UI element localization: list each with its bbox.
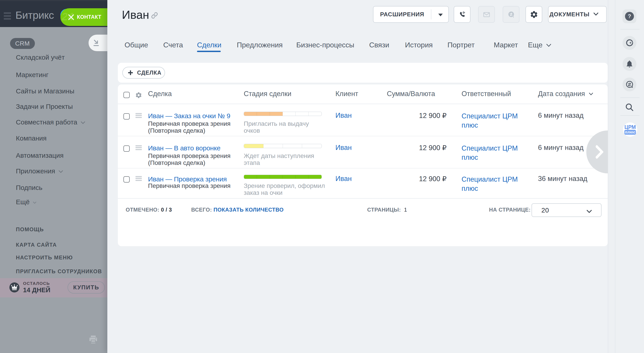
grid-toolbar-card: СДЕЛКА — [118, 63, 608, 83]
deal-row[interactable]: Иван — В авто воронке Первичная проверка… — [118, 136, 608, 168]
tab-invoices[interactable]: Счета — [163, 41, 183, 49]
sidebar-item-automation[interactable]: Автоматизация — [16, 151, 64, 160]
grid-settings-gear-icon[interactable] — [135, 92, 142, 99]
column-header-responsible[interactable]: Ответственный — [462, 90, 511, 98]
sidebar-item-sites[interactable]: Сайты и Магазины — [16, 87, 74, 96]
deal-amount: 12 900 ₽ — [415, 111, 446, 120]
dropdown-triangle-icon — [438, 14, 443, 16]
row-checkbox[interactable] — [124, 145, 130, 152]
chat-bubble-arrows-icon — [625, 80, 634, 89]
deal-subtitle: Первичная проверка зрения (Повторная сде… — [148, 120, 242, 134]
tab-relations[interactable]: Связи — [369, 41, 389, 49]
tab-quotes[interactable]: Предложения — [237, 41, 283, 49]
deal-subtitle: Первичная проверка зрения (Повторная сде… — [148, 152, 242, 166]
sidebar-item-company[interactable]: Компания — [16, 134, 46, 143]
close-icon[interactable] — [67, 13, 76, 22]
responsible-link[interactable]: Специалист ЦРМ плюс — [462, 175, 518, 193]
tab-general[interactable]: Общие — [124, 41, 148, 49]
active-tab-underline — [197, 51, 221, 52]
drag-handle-icon[interactable] — [136, 176, 142, 181]
search-button[interactable] — [625, 102, 634, 112]
settings-button[interactable] — [526, 6, 542, 23]
created-date: 6 минут назад — [538, 144, 584, 152]
column-header-deal[interactable]: Сделка — [148, 90, 172, 98]
deal-title-link[interactable]: Иван — Заказ на очки № 9 — [148, 111, 230, 120]
tab-bizproc[interactable]: Бизнес-процессы — [296, 41, 354, 49]
documents-button[interactable]: ДОКУМЕНТЫ — [548, 6, 607, 23]
email-button[interactable] — [478, 6, 495, 23]
stage-progress-bar[interactable] — [244, 112, 322, 116]
plus-icon — [128, 70, 133, 75]
select-all-checkbox[interactable] — [124, 92, 130, 98]
help-button[interactable]: ? — [622, 9, 636, 23]
column-header-client[interactable]: Клиент — [336, 90, 358, 98]
copy-link-icon[interactable] — [151, 12, 158, 19]
notifications-button[interactable] — [622, 57, 636, 71]
sidebar-item-more[interactable]: Ещё — [16, 198, 37, 206]
stage-progress-bar[interactable] — [244, 144, 322, 148]
drag-handle-icon[interactable] — [136, 113, 142, 118]
add-deal-button[interactable]: СДЕЛКА — [122, 67, 165, 79]
per-page-select[interactable]: 20 — [532, 203, 602, 217]
tab-more[interactable]: Еще — [528, 41, 552, 49]
call-button[interactable] — [454, 6, 470, 23]
sidebar-item-tasks[interactable]: Задачи и Проекты — [16, 102, 73, 111]
client-link[interactable]: Иван — [336, 111, 352, 119]
sidebar-link-configure-menu[interactable]: НАСТРОИТЬ МЕНЮ — [16, 254, 73, 261]
gear-icon — [526, 6, 542, 22]
per-page-value: 20 — [541, 204, 549, 217]
client-link[interactable]: Иван — [336, 144, 352, 152]
copilot-button[interactable] — [622, 36, 636, 50]
crm-plus-logo-line1: ЦРМ — [623, 124, 637, 130]
crm-plus-app-logo[interactable]: ЦРМ плюс — [623, 122, 637, 137]
row-checkbox[interactable] — [124, 113, 130, 119]
grid-footer: ОТМЕЧЕНО: 0 / 3 ВСЕГО: ПОКАЗАТЬ КОЛИЧЕСТ… — [118, 198, 608, 219]
extensions-split-button[interactable]: РАСШИРЕНИЯ — [373, 6, 449, 23]
sidebar-item-crm[interactable]: CRM — [10, 38, 35, 49]
pages-indicator: СТРАНИЦЫ: 1 — [367, 207, 407, 213]
deal-row[interactable]: Иван — Проверка зрения Первичная проверк… — [118, 168, 608, 198]
hamburger-menu-icon[interactable] — [4, 12, 11, 19]
deal-row[interactable]: Иван — Заказ на очки № 9 Первичная прове… — [118, 104, 608, 136]
client-link[interactable]: Иван — [336, 175, 352, 183]
buy-button[interactable]: КУПИТЬ — [68, 281, 105, 294]
svg-text:?: ? — [628, 13, 631, 19]
responsible-link[interactable]: Специалист ЦРМ плюс — [462, 111, 518, 130]
button-divider — [431, 9, 431, 19]
deal-title-link[interactable]: Иван — В авто воронке — [148, 144, 220, 153]
tab-deals[interactable]: Сделки — [197, 41, 222, 49]
rail-divider — [620, 97, 640, 98]
sidebar-link-invite-employees[interactable]: ПРИГЛАСИТЬ СОТРУДНИКОВ — [16, 268, 102, 275]
messenger-rail-button[interactable] — [622, 77, 636, 91]
sort-desc-icon — [589, 92, 593, 96]
slider-entity-label: КОНТАКТ — [77, 8, 101, 26]
drag-handle-icon[interactable] — [136, 145, 142, 150]
phone-icon — [454, 6, 470, 22]
column-header-sum[interactable]: Сумма/Валюта — [387, 90, 435, 98]
printer-icon[interactable] — [88, 335, 98, 345]
tab-market[interactable]: Маркет — [494, 41, 518, 49]
stage-progress-bar[interactable] — [244, 175, 322, 179]
sidebar-item-collab[interactable]: Совместная работа — [16, 118, 86, 127]
question-icon: ? — [625, 12, 634, 21]
copilot-icon — [625, 38, 634, 47]
messenger-button[interactable] — [503, 6, 520, 23]
sidebar-link-help[interactable]: ПОМОЩЬ — [16, 226, 44, 233]
tab-history[interactable]: История — [405, 41, 433, 49]
tab-portrait[interactable]: Портрет — [448, 41, 475, 49]
responsible-link[interactable]: Специалист ЦРМ плюс — [462, 144, 518, 162]
show-count-link[interactable]: ПОКАЗАТЬ КОЛИЧЕСТВО — [214, 207, 284, 213]
column-header-stage[interactable]: Стадия сделки — [244, 90, 291, 98]
sidebar-collapse-button[interactable] — [88, 35, 107, 51]
documents-label: ДОКУМЕНТЫ — [548, 6, 606, 22]
sidebar-item-apps[interactable]: Приложения — [16, 167, 63, 176]
chevron-right-icon — [596, 145, 603, 159]
sidebar-item-signature[interactable]: Подпись — [16, 183, 42, 192]
contact-slider-panel: Иван РАСШИРЕНИЯ — [107, 0, 608, 353]
sidebar-link-sitemap[interactable]: КАРТА САЙТА — [16, 242, 57, 248]
sidebar-item-marketing[interactable]: Маркетинг — [16, 70, 48, 79]
row-checkbox[interactable] — [124, 176, 130, 183]
sidebar-item-inventory[interactable]: Складской учёт — [16, 53, 64, 62]
column-header-created[interactable]: Дата создания — [538, 90, 593, 98]
stage-name: Пригласить на выдачу очков — [244, 120, 338, 134]
